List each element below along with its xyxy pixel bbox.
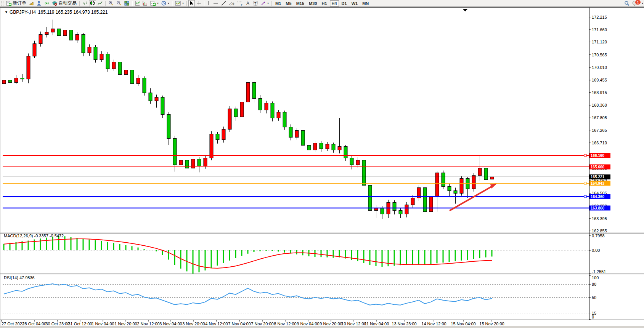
search-icon xyxy=(624,1,630,6)
period-button[interactable]: ▾ xyxy=(160,0,170,7)
expert-button[interactable] xyxy=(35,0,43,7)
chart-canvas[interactable]: 172.215171.660171.120170.565170.010169.4… xyxy=(0,7,644,328)
templates-icon xyxy=(175,1,181,6)
bar-chart-icon xyxy=(82,1,87,6)
templates-button[interactable]: ▾ xyxy=(174,0,185,7)
crosshair-icon xyxy=(196,1,201,6)
price-lines[interactable] xyxy=(3,154,589,208)
timeframe-toolbar: M1M5M15M30H1H4D1W1MN xyxy=(273,0,371,6)
svg-text:171.660: 171.660 xyxy=(592,27,607,32)
line-chart-type-button[interactable] xyxy=(96,0,104,7)
chevron-down-icon: ▾ xyxy=(182,2,184,5)
horizontal-line-button[interactable] xyxy=(212,0,220,7)
crosshair-button[interactable] xyxy=(195,0,202,7)
notifications-button[interactable]: 1 xyxy=(631,0,641,7)
svg-text:2 Nov 12:00: 2 Nov 12:00 xyxy=(137,322,159,326)
cursor-button[interactable] xyxy=(188,0,195,7)
svg-text:169.455: 169.455 xyxy=(592,78,607,82)
fibonacci-icon: F xyxy=(237,1,243,6)
svg-text:14 Nov 12:00: 14 Nov 12:00 xyxy=(421,322,446,326)
timeframe-button-m15[interactable]: M15 xyxy=(294,0,306,6)
window-bottom-edge xyxy=(0,326,644,328)
svg-text:163.860: 163.860 xyxy=(591,206,605,210)
svg-text:30 Oct 23:00: 30 Oct 23:00 xyxy=(46,322,70,326)
indicator-list-button[interactable] xyxy=(141,0,149,7)
vertical-line-button[interactable] xyxy=(206,0,212,7)
svg-text:13 Nov 23:00: 13 Nov 23:00 xyxy=(392,322,416,326)
svg-text:7 Nov 20:00: 7 Nov 20:00 xyxy=(251,322,273,326)
autotrade-button[interactable]: 自动交易 xyxy=(51,0,78,7)
candlestick-chart-type-button[interactable] xyxy=(89,0,96,7)
chart-area[interactable]: 172.215171.660171.120170.565170.010169.4… xyxy=(0,7,644,328)
svg-text:170.010: 170.010 xyxy=(592,65,607,70)
macd-histogram xyxy=(3,235,493,274)
timeframe-button-m30[interactable]: M30 xyxy=(307,0,319,6)
add-indicator-icon xyxy=(150,1,156,6)
text-button[interactable]: A xyxy=(244,0,251,7)
timeframe-button-d1[interactable]: D1 xyxy=(340,0,349,6)
svg-text:165.660: 165.660 xyxy=(591,165,605,169)
new-order-label: 新订单 xyxy=(13,0,26,6)
svg-text:164.360: 164.360 xyxy=(591,195,605,199)
svg-text:9 Nov 04:00: 9 Nov 04:00 xyxy=(297,322,319,326)
notification-badge: 1 xyxy=(635,0,641,5)
toolbar-separator xyxy=(271,1,272,6)
svg-text:171.120: 171.120 xyxy=(592,40,607,44)
add-indicator-button[interactable]: ▾ xyxy=(149,0,160,7)
chart-menu-arrow-icon[interactable]: ▼ xyxy=(5,10,8,14)
chart-ohlc-values: 165.119 165.235 164.973 165.221 xyxy=(38,10,108,15)
chevron-down-icon: ▾ xyxy=(168,2,169,5)
svg-text:E: E xyxy=(233,3,234,6)
timeframe-button-w1[interactable]: W1 xyxy=(350,0,360,6)
equidistant-channel-button[interactable]: E xyxy=(228,0,236,7)
bar-chart-type-button[interactable] xyxy=(81,0,88,7)
chart-shift-marker xyxy=(463,9,468,11)
indicator-window-icon xyxy=(135,1,140,6)
chart-symbol-period: GBPJPY-,H4 xyxy=(10,10,36,15)
chart-title: ▼ GBPJPY-,H4 165.119 165.235 164.973 165… xyxy=(5,10,108,15)
toolbar-grip[interactable] xyxy=(2,1,4,6)
svg-text:0.00: 0.00 xyxy=(592,248,600,253)
text-label-button[interactable]: T xyxy=(252,0,259,7)
svg-text:3 Nov 04:00: 3 Nov 04:00 xyxy=(159,322,182,326)
svg-text:164.943: 164.943 xyxy=(591,181,605,186)
tile-windows-button[interactable] xyxy=(123,0,130,7)
timeframe-button-mn[interactable]: MN xyxy=(360,0,371,6)
time-axis[interactable]: 27 Oct 202228 Oct 04:0030 Oct 23:0031 Oc… xyxy=(2,320,504,326)
svg-text:3 Nov 20:00: 3 Nov 20:00 xyxy=(182,322,205,326)
text-a-icon: A xyxy=(246,1,250,6)
toolbar-separator xyxy=(172,1,172,6)
indicator-list-icon xyxy=(143,1,148,6)
zoom-in-icon xyxy=(108,1,114,6)
toolbar-separator xyxy=(186,1,187,6)
zoom-in-button[interactable] xyxy=(107,0,115,7)
zoom-out-button[interactable] xyxy=(115,0,123,7)
svg-text:7 Nov 04:00: 7 Nov 04:00 xyxy=(228,322,251,326)
candles[interactable] xyxy=(2,20,494,220)
search-button[interactable] xyxy=(623,0,631,7)
rsi-indicator-label: RSI(14) 47.9536 xyxy=(4,275,35,280)
svg-text:27 Oct 2022: 27 Oct 2022 xyxy=(2,322,24,326)
toolbar-separator xyxy=(132,1,132,6)
svg-text:15 Nov 04:00: 15 Nov 04:00 xyxy=(451,322,475,326)
timeframe-button-h1[interactable]: H1 xyxy=(320,0,329,6)
svg-text:0.7958: 0.7958 xyxy=(592,234,605,238)
vertical-line-icon xyxy=(207,1,210,6)
sonar-button[interactable] xyxy=(43,0,50,7)
indicator-window-button[interactable] xyxy=(134,0,141,7)
svg-text:167.805: 167.805 xyxy=(592,115,607,120)
trendline-button[interactable] xyxy=(220,0,227,7)
timeframe-button-m1[interactable]: M1 xyxy=(273,0,283,6)
sound-button[interactable] xyxy=(28,0,35,7)
timeframe-button-m5[interactable]: M5 xyxy=(284,0,293,6)
svg-text:F: F xyxy=(241,3,243,6)
price-axis[interactable]: 172.215171.660171.120170.565170.010169.4… xyxy=(589,15,610,234)
arrows-button[interactable]: ▾ xyxy=(260,0,270,7)
svg-text:T: T xyxy=(254,2,257,5)
timeframe-button-h4[interactable]: H4 xyxy=(330,0,339,6)
toolbar-separator xyxy=(204,1,204,6)
new-order-button[interactable]: 新订单 xyxy=(5,0,27,7)
fibonacci-button[interactable]: F xyxy=(236,0,244,7)
svg-text:8 Nov 12:00: 8 Nov 12:00 xyxy=(274,322,296,326)
svg-text:165.221: 165.221 xyxy=(591,175,605,179)
